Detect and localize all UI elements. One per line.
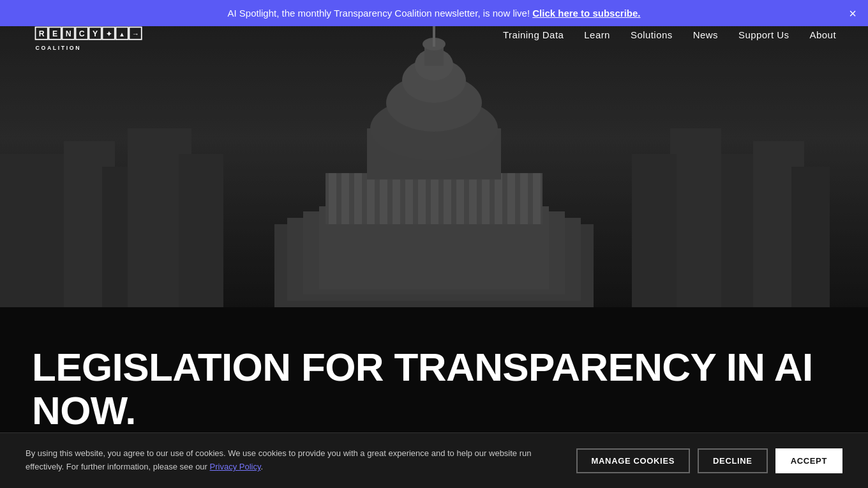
svg-text:✦: ✦ <box>106 30 112 38</box>
accept-button[interactable]: ACCEPT <box>775 448 842 473</box>
legislation-heading: LEGISLATION FOR TRANSPARENCY IN AI NOW. <box>32 346 836 432</box>
nav-link-about[interactable]: About <box>810 29 836 40</box>
nav-item-news[interactable]: News <box>693 29 718 41</box>
nav-link-training-data[interactable]: Training Data <box>503 29 564 40</box>
nav-item-solutions[interactable]: Solutions <box>631 29 673 41</box>
banner-close-button[interactable]: × <box>849 7 857 20</box>
svg-text:R: R <box>39 29 45 38</box>
svg-text:E: E <box>52 29 57 38</box>
nav-item-support-us[interactable]: Support Us <box>738 29 789 41</box>
nav-link-solutions[interactable]: Solutions <box>631 29 673 40</box>
privacy-policy-link[interactable]: Privacy Policy <box>210 462 261 471</box>
svg-text:C: C <box>79 29 85 38</box>
cookie-banner: By using this website, you agree to our … <box>0 432 868 488</box>
svg-text:COALITION: COALITION <box>36 45 82 51</box>
svg-text:Y: Y <box>93 29 98 38</box>
decline-button[interactable]: DECLINE <box>698 448 768 473</box>
nav-item-training-data[interactable]: Training Data <box>503 29 564 41</box>
cookie-buttons: MANAGE COOKIES DECLINE ACCEPT <box>576 448 842 473</box>
banner-link[interactable]: Click here to subscribe. <box>532 8 640 19</box>
manage-cookies-button[interactable]: MANAGE COOKIES <box>576 448 690 473</box>
svg-text:→: → <box>131 30 138 38</box>
banner-text: AI Spotlight, the monthly Transparency C… <box>228 8 641 19</box>
nav-link-support-us[interactable]: Support Us <box>738 29 789 40</box>
svg-text:N: N <box>66 29 71 38</box>
cookie-text: By using this website, you agree to our … <box>26 447 564 474</box>
nav-item-about[interactable]: About <box>810 29 836 41</box>
nav-links: Training Data Learn Solutions News Suppo… <box>503 29 836 41</box>
nav-item-learn[interactable]: Learn <box>584 29 610 41</box>
nav-link-learn[interactable]: Learn <box>584 29 610 40</box>
nav-link-news[interactable]: News <box>693 29 718 40</box>
svg-text:▲: ▲ <box>119 31 125 38</box>
announcement-banner: AI Spotlight, the monthly Transparency C… <box>0 0 868 26</box>
